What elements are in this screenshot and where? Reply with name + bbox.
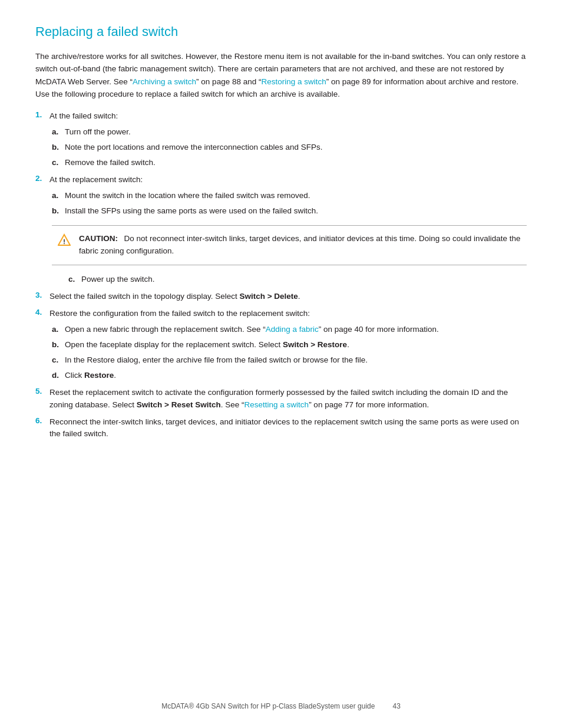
step-4a-label: a. <box>52 324 61 336</box>
step-1: 1. At the failed switch: a. Turn off the… <box>35 110 527 169</box>
intro-paragraph: The archive/restore works for all switch… <box>35 50 527 101</box>
step-4b-text: Open the faceplate display for the repla… <box>65 339 349 351</box>
step-5-text: Reset the replacement switch to activate… <box>49 387 527 411</box>
step-4a-text: Open a new fabric through the replacemen… <box>65 324 439 336</box>
restoring-link[interactable]: Restoring a switch <box>261 77 326 86</box>
step-1b: b. Note the port locations and remove th… <box>52 141 527 154</box>
step-4b: b. Open the faceplate display for the re… <box>52 339 527 351</box>
step-4b-bold: Switch > Restore <box>283 340 347 349</box>
intro-text-mid1: ” on page 88 and “ <box>196 77 261 86</box>
step-1b-text: Note the port locations and remove the i… <box>65 141 323 154</box>
step-3-num: 3. <box>35 291 46 299</box>
archiving-link[interactable]: Archiving a switch <box>133 77 196 86</box>
step-1-num: 1. <box>35 110 46 119</box>
step-2a-label: a. <box>52 190 61 202</box>
step-2a-text: Mount the switch in the location where t… <box>65 190 310 202</box>
step-1-text: At the failed switch: <box>49 110 118 123</box>
caution-triangle-svg: ! <box>58 233 71 246</box>
step-4c-text: In the Restore dialog, enter the archive… <box>65 354 368 367</box>
caution-box: ! CAUTION: Do not reconnect inter-switch… <box>52 225 527 265</box>
step-3-text: Select the failed switch in the topology… <box>49 291 300 303</box>
caution-text: Do not reconnect inter-switch links, tar… <box>79 234 521 255</box>
step-4b-label: b. <box>52 339 61 351</box>
step-1c-text: Remove the failed switch. <box>65 157 156 169</box>
step-2c: c. Power up the switch. <box>68 274 527 286</box>
step-2-num: 2. <box>35 174 46 183</box>
page-footer: McDATA® 4Gb SAN Switch for HP p-Class Bl… <box>0 702 562 710</box>
step-1a-text: Turn off the power. <box>65 126 131 139</box>
step-1c: c. Remove the failed switch. <box>52 157 527 169</box>
step-4a: a. Open a new fabric through the replace… <box>52 324 527 336</box>
step-2b-label: b. <box>52 205 61 218</box>
footer-brand: McDATA® 4Gb SAN Switch for HP p-Class Bl… <box>161 702 375 710</box>
svg-text:!: ! <box>63 238 65 245</box>
step-1c-label: c. <box>52 157 61 169</box>
step-6-text: Reconnect the inter-switch links, target… <box>49 416 527 441</box>
step-2a: a. Mount the switch in the location wher… <box>52 190 527 202</box>
footer-page-num: 43 <box>392 702 400 710</box>
step-4d-bold: Restore <box>84 371 114 380</box>
step-4-text: Restore the configuration from the faile… <box>49 308 310 320</box>
step-3: 3. Select the failed switch in the topol… <box>35 291 527 303</box>
caution-icon: ! <box>58 233 71 246</box>
caution-content: CAUTION: Do not reconnect inter-switch l… <box>79 233 521 258</box>
resetting-switch-link[interactable]: Resetting a switch <box>244 400 309 409</box>
step-2c-text: Power up the switch. <box>81 274 155 286</box>
step-1b-label: b. <box>52 141 61 154</box>
step-4d: d. Click Restore. <box>52 370 527 382</box>
step-2c-label: c. <box>68 274 78 286</box>
step-4d-label: d. <box>52 370 61 382</box>
page-title: Replacing a failed switch <box>35 24 527 41</box>
step-5: 5. Reset the replacement switch to activ… <box>35 387 527 411</box>
step-2b: b. Install the SFPs using the same ports… <box>52 205 527 218</box>
step-3-bold: Switch > Delete <box>239 292 297 301</box>
step-6: 6. Reconnect the inter-switch links, tar… <box>35 416 527 441</box>
step-6-num: 6. <box>35 416 46 425</box>
step-2b-text: Install the SFPs using the same ports as… <box>65 205 318 218</box>
adding-fabric-link[interactable]: Adding a fabric <box>266 325 319 334</box>
step-5-bold: Switch > Reset Switch <box>137 400 221 409</box>
step-4-num: 4. <box>35 308 46 317</box>
step-4c: c. In the Restore dialog, enter the arch… <box>52 354 527 367</box>
caution-label: CAUTION: <box>79 234 118 243</box>
step-2: 2. At the replacement switch: a. Mount t… <box>35 174 527 218</box>
step-1a-label: a. <box>52 126 61 139</box>
step-4c-label: c. <box>52 354 61 367</box>
step-2-text: At the replacement switch: <box>49 174 143 186</box>
step-4d-text: Click Restore. <box>65 370 116 382</box>
step-1a: a. Turn off the power. <box>52 126 527 139</box>
step-5-num: 5. <box>35 387 46 396</box>
step-4: 4. Restore the configuration from the fa… <box>35 308 527 382</box>
